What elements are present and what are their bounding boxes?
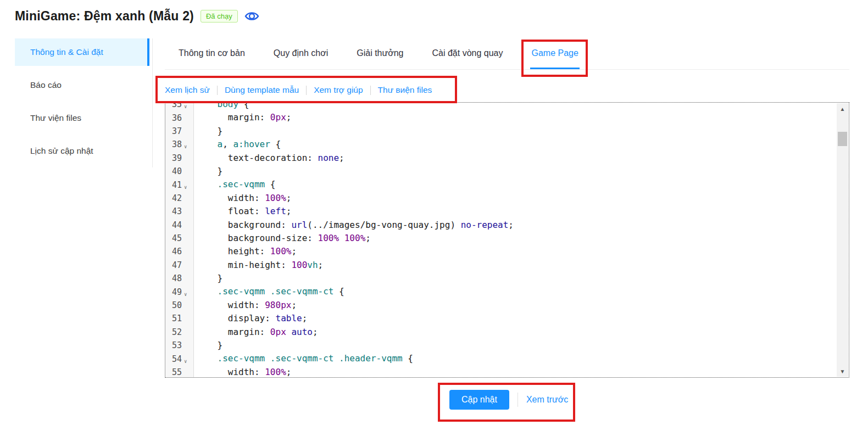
preview-link[interactable]: Xem trước	[526, 395, 568, 405]
editor-toolbar-links: Xem lịch sửDùng template mẫuXem trợ giúp…	[165, 81, 432, 99]
gutter-line-number: 35∨	[165, 102, 193, 111]
editor-scroller: 35∨363738∨394041∨4243444546474849∨505152…	[165, 102, 849, 378]
link-separator	[306, 86, 307, 95]
gutter-line-number: 45	[165, 232, 193, 245]
update-button[interactable]: Cập nhật	[449, 390, 509, 410]
code-line[interactable]: .sec-vqmm .sec-vqmm-ct .header-vqmm {	[196, 352, 849, 365]
sidebar-item[interactable]: Thư viện files	[15, 104, 149, 132]
code-line[interactable]: background-size: 100% 100%;	[196, 232, 849, 245]
editor-vertical-scrollbar[interactable]: ▲ ▼	[837, 103, 848, 377]
tab-item[interactable]: Cài đặt vòng quay	[431, 38, 504, 69]
gutter-line-number: 40	[165, 165, 193, 178]
link-separator	[217, 86, 218, 95]
toolbar-link[interactable]: Thư виện files	[378, 85, 432, 95]
toolbar-link[interactable]: Xem trợ giúp	[314, 85, 363, 95]
gutter-line-number: 41∨	[165, 178, 193, 191]
editor-code-area[interactable]: body { margin: 0px; } a, a:hover { text-…	[194, 102, 849, 378]
code-line[interactable]: }	[196, 125, 849, 138]
footer-divider	[518, 393, 518, 407]
code-line[interactable]: width: 100%;	[196, 366, 849, 378]
code-line[interactable]: .sec-vqmm .sec-vqmm-ct {	[196, 285, 849, 298]
tab-item[interactable]: Thông tin cơ bản	[177, 38, 246, 69]
gutter-line-number: 38∨	[165, 138, 193, 151]
gutter-line-number: 50	[165, 299, 193, 312]
toolbar-link[interactable]: Dùng template mẫu	[225, 85, 299, 95]
gutter-line-number: 37	[165, 125, 193, 138]
code-line[interactable]: width: 100%;	[196, 192, 849, 205]
footer-actions: Cập nhật Xem trước	[449, 390, 568, 410]
editor-gutter: 35∨363738∨394041∨4243444546474849∨505152…	[165, 102, 194, 378]
eye-icon	[244, 10, 259, 23]
scrollbar-down-arrow-icon[interactable]: ▼	[837, 366, 848, 377]
tab-bar: Thông tin cơ bảnQuy định chơiGiải thưởng…	[165, 38, 849, 70]
gutter-line-number: 46	[165, 245, 193, 258]
preview-eye-button[interactable]	[244, 10, 259, 23]
tab-active[interactable]: Game Page	[530, 38, 579, 69]
link-separator	[370, 86, 371, 95]
gutter-line-number: 52	[165, 326, 193, 339]
sidebar-item[interactable]: Báo cáo	[15, 71, 149, 99]
code-line[interactable]: text-decoration: none;	[196, 152, 849, 165]
sidebar: Thông tin & Cài đặtBáo cáoThư viện files…	[15, 38, 149, 170]
toolbar-link[interactable]: Xem lịch sử	[165, 85, 210, 95]
code-line[interactable]: }	[196, 339, 849, 352]
sidebar-item[interactable]: Lịch sử cập nhật	[15, 137, 149, 165]
scrollbar-up-arrow-icon[interactable]: ▲	[837, 103, 848, 114]
fold-chevron-down-icon[interactable]: ∨	[184, 104, 187, 109]
gutter-line-number: 53	[165, 339, 193, 352]
fold-chevron-down-icon[interactable]: ∨	[184, 359, 187, 364]
gutter-line-number: 42	[165, 192, 193, 205]
gutter-line-number: 54∨	[165, 352, 193, 365]
status-badge: Đã chạy	[201, 10, 238, 23]
code-line[interactable]: height: 100%;	[196, 245, 849, 258]
tab-item[interactable]: Giải thưởng	[355, 38, 404, 69]
code-line[interactable]: display: table;	[196, 312, 849, 325]
code-editor[interactable]: 35∨363738∨394041∨4243444546474849∨505152…	[165, 102, 849, 378]
gutter-line-number: 39	[165, 152, 193, 165]
gutter-line-number: 47	[165, 259, 193, 272]
fold-chevron-down-icon[interactable]: ∨	[184, 292, 187, 297]
code-line[interactable]: margin: 0px auto;	[196, 326, 849, 339]
gutter-line-number: 44	[165, 219, 193, 232]
code-line[interactable]: background: url(../images/bg-vong-quay.j…	[196, 219, 849, 232]
code-line[interactable]: float: left;	[196, 205, 849, 218]
page-title: MiniGame: Đệm xanh (Mẫu 2)	[15, 9, 194, 24]
tab-item[interactable]: Quy định chơi	[272, 38, 329, 69]
code-line[interactable]: margin: 0px;	[196, 111, 849, 124]
code-line[interactable]: min-height: 100vh;	[196, 259, 849, 272]
sidebar-divider	[152, 38, 153, 167]
gutter-line-number: 51	[165, 312, 193, 325]
gutter-line-number: 49∨	[165, 285, 193, 298]
code-line[interactable]: width: 980px;	[196, 299, 849, 312]
code-line[interactable]: a, a:hover {	[196, 138, 849, 151]
fold-chevron-down-icon[interactable]: ∨	[184, 184, 187, 190]
gutter-line-number: 36	[165, 111, 193, 124]
gutter-line-number: 55	[165, 366, 193, 378]
code-line[interactable]: }	[196, 165, 849, 178]
scrollbar-thumb[interactable]	[838, 132, 847, 146]
gutter-line-number: 43	[165, 205, 193, 218]
page-header: MiniGame: Đệm xanh (Mẫu 2) Đã chạy	[15, 9, 259, 24]
gutter-line-number: 48	[165, 272, 193, 285]
code-line[interactable]: body {	[196, 102, 849, 111]
code-line[interactable]: .sec-vqmm {	[196, 178, 849, 191]
sidebar-item[interactable]: Thông tin & Cài đặt	[15, 38, 149, 66]
code-line[interactable]: }	[196, 272, 849, 285]
fold-chevron-down-icon[interactable]: ∨	[184, 144, 187, 149]
